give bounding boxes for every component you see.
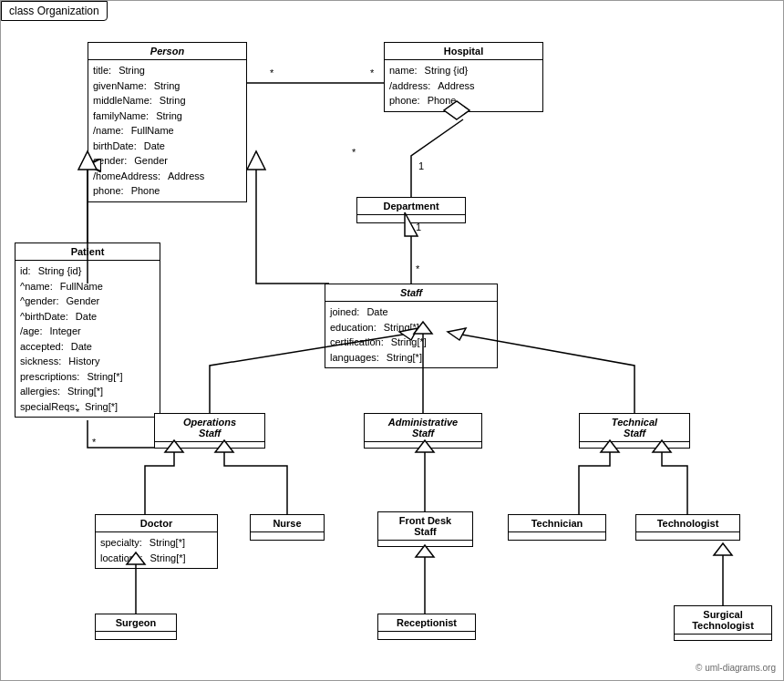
class-doctor-name: Doctor <box>96 515 217 532</box>
class-technical-staff-name: Technical Staff <box>580 414 689 442</box>
class-patient-name: Patient <box>15 243 160 261</box>
class-technician-name: Technician <box>509 515 605 532</box>
class-department-name: Department <box>357 198 465 215</box>
svg-text:*: * <box>352 147 356 158</box>
class-operations-staff: Operations Staff <box>154 413 265 449</box>
class-person-attrs: title:String givenName:String middleName… <box>88 60 246 201</box>
class-surgeon: Surgeon <box>95 614 177 640</box>
copyright: © uml-diagrams.org <box>696 663 776 673</box>
class-technical-staff: Technical Staff <box>579 413 690 449</box>
svg-text:*: * <box>92 437 97 448</box>
class-patient-attrs: id:String {id} ^name:FullName ^gender:Ge… <box>15 261 160 417</box>
class-department: Department <box>356 197 466 223</box>
class-staff-name: Staff <box>325 284 497 302</box>
class-receptionist: Receptionist <box>377 614 476 640</box>
diagram-container: class Organization Person title:String g… <box>0 0 784 681</box>
class-front-desk-staff: Front Desk Staff <box>377 511 473 547</box>
class-person: Person title:String givenName:String mid… <box>88 42 247 202</box>
class-administrative-staff: Administrative Staff <box>364 413 482 449</box>
class-hospital-name: Hospital <box>385 43 542 60</box>
svg-marker-28 <box>714 543 732 555</box>
diagram-title: class Organization <box>1 1 108 21</box>
class-technologist: Technologist <box>635 514 740 541</box>
class-technician: Technician <box>508 514 606 541</box>
class-hospital-attrs: name:String {id} /address:Address phone:… <box>385 60 542 111</box>
class-nurse: Nurse <box>250 514 325 541</box>
svg-text:*: * <box>370 67 375 78</box>
svg-text:1: 1 <box>418 160 424 171</box>
class-surgical-technologist-name: Surgical Technologist <box>675 606 771 635</box>
class-front-desk-staff-name: Front Desk Staff <box>378 512 472 541</box>
class-surgeon-name: Surgeon <box>96 614 176 632</box>
class-hospital: Hospital name:String {id} /address:Addre… <box>384 42 543 112</box>
class-receptionist-name: Receptionist <box>378 614 475 632</box>
class-administrative-staff-name: Administrative Staff <box>365 414 481 442</box>
svg-marker-6 <box>247 151 265 170</box>
class-department-attrs <box>357 215 465 222</box>
class-doctor-attrs: specialty:String[*] locations:String[*] <box>96 532 217 568</box>
class-staff-attrs: joined:Date education:String[*] certific… <box>325 302 497 367</box>
class-operations-staff-name: Operations Staff <box>155 414 264 442</box>
svg-text:*: * <box>270 67 274 78</box>
class-staff: Staff joined:Date education:String[*] ce… <box>325 284 498 368</box>
class-doctor: Doctor specialty:String[*] locations:Str… <box>95 514 218 569</box>
svg-text:*: * <box>416 263 420 274</box>
class-person-name: Person <box>88 43 246 60</box>
class-patient: Patient id:String {id} ^name:FullName ^g… <box>15 242 160 418</box>
class-nurse-name: Nurse <box>251 515 324 532</box>
class-technologist-name: Technologist <box>636 515 739 532</box>
class-surgical-technologist: Surgical Technologist <box>674 605 772 641</box>
